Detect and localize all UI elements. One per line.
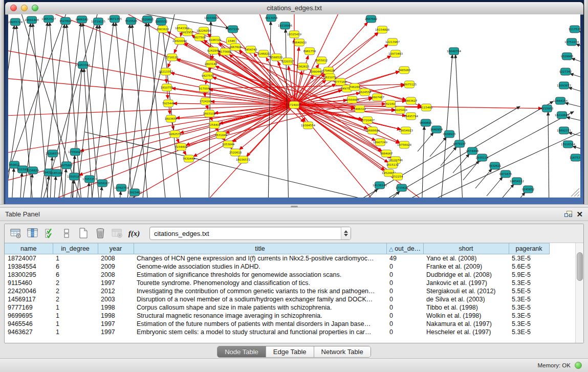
graph-edge[interactable] bbox=[162, 25, 182, 198]
column-header-in_degree[interactable]: in_degree bbox=[53, 244, 98, 254]
graph-node[interactable]: 9245652 bbox=[522, 186, 535, 193]
table-cell[interactable]: 1 bbox=[53, 320, 98, 328]
graph-node[interactable]: 18325419 bbox=[287, 31, 301, 38]
tab-node-table[interactable]: Node Table bbox=[217, 346, 266, 357]
table-cell[interactable]: 0 bbox=[386, 279, 423, 287]
table-cell[interactable]: Jankovic et al. (1997) bbox=[423, 279, 509, 287]
attribute-table[interactable]: namein_degreeyeartitle△out_de…shortpager… bbox=[5, 243, 550, 336]
table-cell[interactable]: 5.3E-5 bbox=[509, 303, 549, 312]
table-cell[interactable]: 0 bbox=[386, 328, 423, 336]
graph-node[interactable]: 18226058 bbox=[197, 27, 211, 34]
graph-edge[interactable] bbox=[11, 168, 14, 198]
graph-node[interactable]: 16648784 bbox=[447, 48, 461, 55]
function-icon[interactable]: f(x) bbox=[127, 227, 141, 240]
graph-node[interactable]: 12213353 bbox=[159, 68, 173, 75]
graph-node[interactable]: 9175685 bbox=[219, 48, 232, 55]
graph-node[interactable]: 8813054 bbox=[265, 14, 278, 21]
table-cell[interactable]: 1 bbox=[53, 303, 98, 312]
table-cell[interactable]: Stergiakouli et al. (2012) bbox=[423, 287, 509, 295]
table-cell[interactable]: 2 bbox=[53, 279, 98, 287]
graph-node[interactable]: 7515526 bbox=[125, 17, 138, 25]
graph-node[interactable]: 18907249 bbox=[373, 139, 387, 146]
table-cell[interactable]: 0 bbox=[386, 271, 423, 279]
table-cell[interactable]: Changes of HCN gene expression and I(f) … bbox=[134, 254, 386, 263]
graph-node[interactable]: 2687682 bbox=[365, 15, 378, 23]
graph-node[interactable]: 9262571 bbox=[169, 130, 182, 138]
table-cell[interactable]: 5.6E-5 bbox=[509, 262, 549, 271]
graph-node[interactable]: 7234402 bbox=[175, 143, 188, 150]
graph-edge[interactable] bbox=[577, 194, 579, 196]
table-cell[interactable]: Investigating the contribution of common… bbox=[134, 287, 386, 295]
table-cell[interactable]: 49 bbox=[386, 254, 423, 263]
table-cell[interactable]: 9699695 bbox=[5, 312, 53, 320]
graph-node[interactable]: 10688609 bbox=[365, 127, 380, 134]
table-row[interactable]: 969969511998Structural magnetic resonanc… bbox=[5, 312, 549, 320]
table-cell[interactable]: 0 bbox=[386, 295, 423, 303]
panel-split-divider[interactable] bbox=[0, 204, 588, 208]
graph-node[interactable]: 1724007 bbox=[288, 101, 301, 108]
table-cell[interactable]: Genome-wide association studies in ADHD. bbox=[134, 262, 386, 271]
graph-node[interactable]: 16210643 bbox=[555, 112, 569, 119]
graph-node[interactable]: 9474444 bbox=[466, 147, 479, 155]
table-cell[interactable]: Tibbo et al. (1998) bbox=[423, 303, 509, 312]
graph-node[interactable]: 9146821 bbox=[257, 50, 270, 57]
graph-node[interactable]: 7857224 bbox=[227, 26, 239, 33]
table-cell[interactable]: 0 bbox=[386, 320, 423, 328]
graph-node[interactable]: 9827508 bbox=[193, 34, 206, 41]
graph-node[interactable]: 7631841 bbox=[215, 132, 228, 139]
table-cell[interactable]: Structural magnetic resonance image aver… bbox=[134, 312, 386, 320]
table-cell[interactable]: Corpus callosum shape and size in male p… bbox=[134, 303, 386, 312]
graph-node[interactable]: 16036571 bbox=[236, 156, 250, 163]
table-cell[interactable]: 5.3E-5 bbox=[509, 328, 549, 336]
close-panel-icon[interactable]: ✕ bbox=[576, 211, 583, 218]
table-cell[interactable]: Estimation of the future numbers of pati… bbox=[134, 320, 386, 328]
table-cell[interactable]: 0 bbox=[386, 303, 423, 312]
tab-network-table[interactable]: Network Table bbox=[314, 346, 371, 357]
float-panel-icon[interactable] bbox=[564, 211, 572, 218]
graph-node[interactable]: 62160 bbox=[386, 100, 396, 107]
graph-node[interactable]: 9884067 bbox=[380, 150, 393, 157]
graph-edge[interactable] bbox=[361, 101, 553, 198]
graph-node[interactable]: 7485063 bbox=[398, 67, 411, 74]
graph-node[interactable]: 10025418 bbox=[393, 106, 407, 114]
graph-node[interactable]: 1005532 bbox=[155, 18, 168, 25]
table-cell[interactable]: 1997 bbox=[98, 328, 134, 336]
table-row[interactable]: 946554611997Estimation of the future num… bbox=[5, 320, 549, 328]
graph-node[interactable]: 16958187 bbox=[95, 180, 110, 187]
table-column-icon[interactable] bbox=[26, 227, 39, 240]
table-cell[interactable]: 9463627 bbox=[5, 328, 53, 336]
memory-status-icon[interactable] bbox=[575, 362, 582, 369]
graph-node[interactable]: 1603101 bbox=[203, 110, 216, 117]
graph-edge[interactable] bbox=[441, 55, 452, 198]
graph-node[interactable]: 10719135 bbox=[91, 18, 105, 25]
table-cell[interactable]: 5.3E-5 bbox=[509, 254, 549, 263]
table-cell[interactable]: 2003 bbox=[98, 295, 134, 303]
table-vertical-scrollbar[interactable] bbox=[575, 243, 583, 343]
table-cell[interactable]: 14569117 bbox=[5, 295, 53, 303]
table-cell[interactable]: Yano et al. (2008) bbox=[423, 254, 509, 263]
column-header-year[interactable]: year bbox=[98, 244, 134, 254]
window-titlebar[interactable]: citations_edges.txt bbox=[5, 2, 583, 15]
graph-node[interactable]: 1990448 bbox=[310, 68, 323, 75]
graph-node[interactable]: 16782759 bbox=[114, 184, 128, 191]
graph-edge[interactable] bbox=[573, 146, 580, 151]
graph-node[interactable]: 21053346 bbox=[76, 61, 90, 69]
citation-network-graph[interactable]: 1724007891295518226058982750881863281546… bbox=[8, 14, 580, 198]
graph-node[interactable]: 24055724 bbox=[8, 18, 23, 26]
table-settings-icon[interactable] bbox=[9, 227, 23, 240]
table-cell[interactable]: 5.3E-5 bbox=[509, 295, 549, 303]
table-cell[interactable]: 1 bbox=[53, 328, 98, 336]
graph-edge[interactable] bbox=[475, 169, 492, 188]
graph-node[interactable]: 2718120 bbox=[166, 54, 179, 61]
table-cell[interactable]: Embryonic stem cells: a model to study s… bbox=[134, 328, 386, 336]
graph-node[interactable]: 16154808 bbox=[375, 26, 389, 33]
graph-edge[interactable] bbox=[118, 191, 121, 198]
table-cell[interactable]: 0 bbox=[386, 287, 423, 295]
table-cell[interactable]: 1997 bbox=[98, 320, 134, 328]
table-cell[interactable]: Wolkin et al. (1998) bbox=[423, 312, 509, 320]
graph-node[interactable]: 10807487 bbox=[370, 94, 384, 101]
table-cell[interactable]: 5.5E-5 bbox=[509, 287, 549, 295]
graph-node[interactable]: 9777169 bbox=[334, 78, 347, 85]
graph-node[interactable]: 1362615 bbox=[297, 63, 310, 70]
graph-node[interactable]: 8938923 bbox=[443, 130, 456, 138]
